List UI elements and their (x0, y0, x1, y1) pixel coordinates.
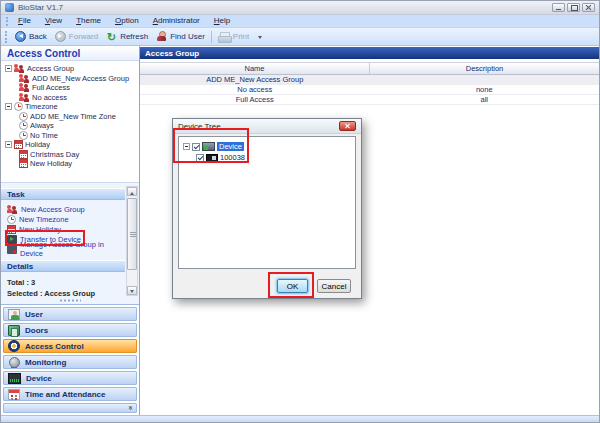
device-group-icon (202, 142, 215, 151)
toolbar: Back Forward ↻ Refresh Find User Print (1, 28, 599, 46)
sidebar: Access Control Access Group ADD ME_New A… (1, 46, 140, 415)
table-header-row: Name Description (140, 62, 599, 75)
task-header: Task (1, 188, 125, 200)
toolbar-grip[interactable] (5, 31, 7, 43)
print-button[interactable]: Print (214, 29, 253, 45)
collapse-icon[interactable] (5, 141, 12, 148)
nav-time-and-attendance[interactable]: Time and Attendance (3, 387, 137, 401)
nav-label: Device (26, 374, 52, 383)
scroll-up-icon[interactable] (127, 187, 137, 196)
status-bar (1, 415, 599, 422)
monitoring-icon (8, 357, 20, 368)
nav-doors[interactable]: Doors (3, 323, 137, 337)
menu-theme[interactable]: Theme (69, 15, 108, 27)
timezone-icon (19, 121, 28, 130)
tree-node-holiday[interactable]: Holiday (5, 140, 139, 150)
dialog-title-bar[interactable]: Device Tree (173, 119, 361, 134)
details-selected: Selected : Access Group (1, 288, 125, 299)
device-icon (8, 373, 21, 384)
device-tree-child-node[interactable]: 100038 (196, 152, 355, 163)
toolbar-overflow-button[interactable] (255, 29, 265, 44)
nav-overflow-strip[interactable]: » (3, 403, 137, 413)
task-new-timezone[interactable]: New Timezone (1, 214, 125, 224)
refresh-icon: ↻ (106, 32, 117, 42)
tree-node-new-holiday[interactable]: New Holiday (5, 159, 139, 169)
user-icon (8, 309, 20, 320)
holiday-icon (19, 150, 28, 159)
menu-administrator[interactable]: Administrator (146, 15, 207, 27)
find-user-button[interactable]: Find User (152, 29, 209, 45)
refresh-button[interactable]: ↻ Refresh (102, 29, 152, 45)
tree-node-christmas-day[interactable]: Christmas Day (5, 150, 139, 160)
nav-monitoring[interactable]: Monitoring (3, 355, 137, 369)
forward-button[interactable]: Forward (51, 29, 102, 45)
task-label: New Holiday (19, 225, 61, 234)
tree-node-no-time[interactable]: No Time (5, 131, 139, 141)
tree-node-add-me-time-zone[interactable]: ADD ME_New Time Zone (5, 112, 139, 122)
device-terminal-icon (206, 154, 218, 162)
tree-node-timezone[interactable]: Timezone (5, 102, 139, 112)
task-new-holiday[interactable]: New Holiday (1, 224, 125, 234)
back-button[interactable]: Back (11, 29, 51, 45)
menu-help[interactable]: Help (207, 15, 237, 27)
dialog-close-icon[interactable] (339, 121, 356, 131)
doors-icon (8, 325, 20, 336)
task-manage-access-group-in-device[interactable]: Manage Access Group in Device (1, 244, 125, 254)
table-row[interactable]: ADD ME_New Access Group (140, 75, 599, 85)
column-header-name[interactable]: Name (140, 63, 370, 74)
column-header-description[interactable]: Description (370, 63, 599, 74)
tree-node-full-access[interactable]: Full Access (5, 83, 139, 93)
print-icon (218, 32, 230, 42)
device-checkbox-checked[interactable] (192, 143, 200, 151)
tree-node-always[interactable]: Always (5, 121, 139, 131)
menu-option[interactable]: Option (108, 15, 146, 27)
app-window: BioStar V1.7 File View Theme Option Admi… (0, 0, 600, 423)
panel-resize-grip[interactable] (59, 299, 81, 302)
scroll-down-icon[interactable] (127, 286, 137, 295)
table-row[interactable]: No access none (140, 85, 599, 95)
collapse-icon[interactable] (183, 143, 190, 150)
ok-button[interactable]: OK (277, 279, 308, 293)
close-button[interactable] (582, 3, 595, 12)
access-group-icon (7, 205, 18, 214)
menu-view[interactable]: View (38, 15, 69, 27)
transfer-to-device-icon (7, 235, 17, 244)
holiday-icon (19, 159, 28, 168)
nav-access-control[interactable]: Access Control (3, 339, 137, 353)
sidebar-header: Access Control (1, 46, 139, 61)
device-tree-dialog: Device Tree Device 100038 OK Cancel (172, 118, 362, 299)
tree-label: No Time (30, 131, 58, 140)
access-control-icon (8, 340, 20, 352)
collapse-icon[interactable] (5, 103, 12, 110)
tree-label: Timezone (25, 102, 58, 111)
title-bar: BioStar V1.7 (1, 1, 599, 15)
nav-device[interactable]: Device (3, 371, 137, 385)
scrollbar-thumb[interactable] (127, 198, 137, 270)
find-user-label: Find User (170, 32, 205, 41)
tree-label: Access Group (27, 64, 74, 73)
cancel-button[interactable]: Cancel (317, 279, 351, 293)
cell-name: ADD ME_New Access Group (140, 75, 370, 84)
timezone-icon (14, 102, 23, 111)
tree-label: Christmas Day (30, 150, 79, 159)
collapse-icon[interactable] (5, 65, 12, 72)
tree-label: No access (32, 93, 67, 102)
nav-label: Doors (25, 326, 48, 335)
sidebar-scrollbar[interactable] (126, 186, 138, 296)
dialog-title: Device Tree (178, 122, 221, 131)
maximize-button[interactable] (567, 3, 580, 12)
device-tree-root-node[interactable]: Device (183, 141, 355, 152)
tree-node-no-access[interactable]: No access (5, 93, 139, 103)
nav-user[interactable]: User (3, 307, 137, 321)
task-new-access-group[interactable]: New Access Group (1, 204, 125, 214)
device-checkbox-checked[interactable] (196, 154, 204, 162)
refresh-label: Refresh (120, 32, 148, 41)
task-label: New Timezone (19, 215, 69, 224)
tree-node-add-me-access-group[interactable]: ADD ME_New Access Group (5, 74, 139, 84)
table-row[interactable]: Full Access all (140, 95, 599, 105)
device-child-label: 100038 (220, 153, 245, 162)
nav-overflow-chevron-icon: » (127, 406, 133, 410)
tree-node-access-group[interactable]: Access Group (5, 64, 139, 74)
minimize-button[interactable] (552, 3, 565, 12)
menu-file[interactable]: File (11, 15, 38, 27)
